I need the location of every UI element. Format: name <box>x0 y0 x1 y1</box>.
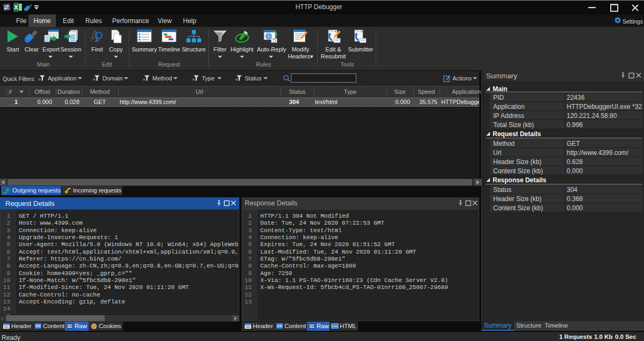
svg-text:HTML: HTML <box>332 325 339 328</box>
